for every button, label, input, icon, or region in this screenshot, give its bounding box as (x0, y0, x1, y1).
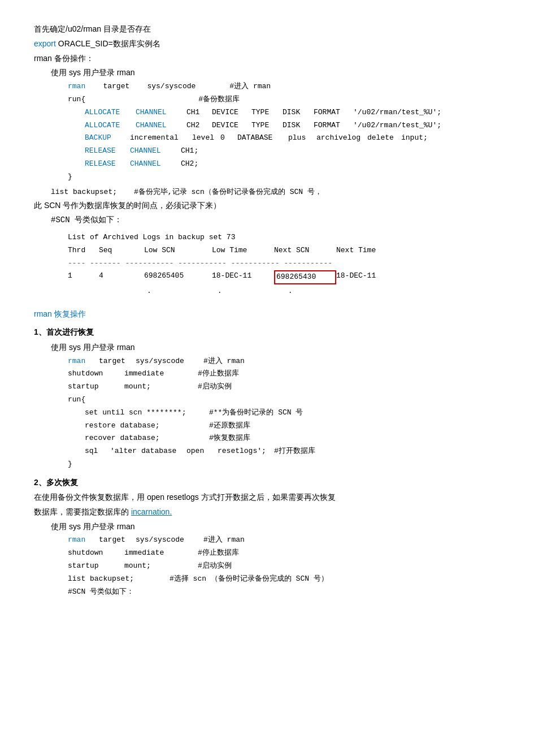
backup-0: 0 (220, 132, 237, 144)
step2-login: 使用 sys 用户登录 rman (51, 520, 500, 534)
step2-desc2-text: 数据库，需要指定数据库的 (34, 507, 131, 516)
step2-shutdown-line: shutdown immediate #停止数据库 (68, 547, 500, 559)
row-thrd: 1 (68, 270, 99, 284)
dot1: . (147, 287, 151, 295)
step2-list-comment: #选择 scn （备份时记录备份完成的 SCN 号） (170, 573, 328, 585)
alloc2-channel: CHANNEL (136, 120, 186, 132)
step1-startup-word: startup (68, 381, 124, 393)
step2-rman-user: sys/syscode (136, 534, 203, 546)
step1-set-cmd: set until scn ********; (85, 407, 209, 419)
step1-shutdown-line: shutdown immediate #停止数据库 (68, 368, 500, 380)
alloc1-path: '/u02/rman/test_%U'; (353, 107, 441, 119)
step2-scn-label: #SCN 号类似如下： (68, 586, 500, 598)
release1-ch: CH1; (181, 145, 198, 157)
step1-database-word: database (141, 446, 186, 457)
backup-database: DATABASE (237, 132, 288, 144)
dot3: . (288, 287, 293, 295)
alloc1-keyword: ALLOCATE (85, 107, 136, 119)
alloc2-path: '/u02/rman/test_%U'; (353, 120, 441, 132)
step1-login: 使用 sys 用户登录 rman (51, 341, 500, 355)
scn-label: #SCN 号类似如下： (51, 214, 500, 227)
table-dots: . . . (147, 286, 500, 297)
list-cmd: list backupset; (51, 187, 117, 198)
step2-desc1: 在使用备份文件恢复数据库，用 open resetlogs 方式打开数据之后，如… (34, 491, 500, 504)
alloc2-type: TYPE (251, 120, 283, 132)
run-open: run{ (68, 94, 85, 106)
step1-rman-line: rman target sys/syscode #进入 rman (68, 356, 500, 368)
step1-sql-line: sql 'alter database open resetlogs'; #打开… (85, 446, 500, 457)
rman-keyword: rman (68, 81, 85, 93)
rman-ops-label: rman 备份操作： (34, 52, 500, 66)
table-divider: ---- ------- ----------- ----------- ---… (68, 258, 500, 270)
step2-list-line: list backupset; #选择 scn （备份时记录备份完成的 SCN … (68, 573, 500, 585)
step1-title: 1、首次进行恢复 (34, 326, 500, 338)
step1-recover-cmd: recover database; (85, 433, 209, 444)
backup-delete: delete (367, 132, 401, 144)
step2-startup-line: startup mount; #启动实例 (68, 560, 500, 572)
run-open-line: run{ #备份数据库 (68, 94, 500, 106)
release2-keyword: RELEASE (85, 158, 130, 170)
rman-comment: #进入 rman (229, 81, 271, 93)
step2-title: 2、多次恢复 (34, 476, 500, 489)
target-word: target (103, 81, 129, 93)
table-title: List of Archived Logs in backup set 73 (68, 232, 500, 244)
dot2: . (218, 287, 222, 295)
row-lowscn: 698265405 (144, 270, 212, 284)
step1-startup-comment: #启动实例 (198, 381, 232, 393)
export-keyword: export (34, 39, 56, 48)
step1-brace-close: } (68, 459, 500, 470)
backup-incremental: incremental (130, 132, 192, 144)
archived-logs-table: List of Archived Logs in backup set 73 T… (68, 232, 500, 297)
backup-archivelog: archivelog (316, 132, 367, 144)
step1-sql-word: sql (85, 446, 110, 457)
step2-desc2: 数据库，需要指定数据库的 incarnation. (34, 506, 500, 519)
rman-user: sys/syscode (147, 81, 196, 93)
alloc1-ch: CH1 (186, 107, 212, 119)
main-content: 首先确定/u02/rman 目录是否存在 export ORACLE_SID=数… (34, 23, 500, 598)
list-comment: #备份完毕,记录 scn（备份时记录备份完成的 SCN 号， (134, 187, 322, 198)
release2-ch: CH2; (181, 158, 198, 170)
step2-startup-word: startup (68, 560, 124, 572)
release1-channel: CHANNEL (130, 145, 181, 157)
incarnation-link: incarnation. (131, 507, 172, 516)
step2-shutdown-comment: #停止数据库 (198, 547, 239, 559)
list-cmd-line: list backupset; #备份完毕,记录 scn（备份时记录备份完成的 … (51, 187, 500, 198)
step1-target-word: target (99, 356, 136, 368)
step1-run-line: run{ (68, 394, 500, 406)
step1-immediate-word: immediate (124, 368, 198, 380)
alloc2-ch: CH2 (186, 120, 212, 132)
step1-set-comment: #**为备份时记录的 SCN 号 (209, 407, 303, 419)
step1-rman-comment: #进入 rman (203, 356, 245, 368)
alloc2-line: ALLOCATE CHANNEL CH2 DEVICE TYPE DISK FO… (85, 120, 500, 132)
step2-immediate-word: immediate (124, 547, 198, 559)
backup-keyword: BACKUP (85, 132, 130, 144)
step2-target-word: target (99, 534, 136, 546)
alloc2-disk: DISK (283, 120, 314, 132)
step1-startup-line: startup mount; #启动实例 (68, 381, 500, 393)
col-seq-header: Seq (99, 245, 144, 257)
table-row: 1 4 698265405 18-DEC-11 698265430 18-DEC… (68, 270, 500, 284)
export-line: export ORACLE_SID=数据库实例名 (34, 37, 500, 51)
alloc2-format: FORMAT (314, 120, 353, 132)
step1-rman-user: sys/syscode (136, 356, 203, 368)
step2-shutdown-word: shutdown (68, 547, 124, 559)
run-comment: #备份数据库 (198, 94, 240, 106)
step1-restore-comment: #还原数据库 (209, 420, 250, 432)
step1-sql-comment: #打开数据库 (274, 446, 315, 457)
backup-line: BACKUP incremental level 0 DATABASE plus… (85, 132, 500, 144)
intro-line1: 首先确定/u02/rman 目录是否存在 (34, 23, 500, 36)
step1-shutdown-word: shutdown (68, 368, 124, 380)
col-thrd-header: Thrd (68, 245, 99, 257)
row-nextscn: 698265430 (274, 270, 336, 284)
step1-recover-comment: #恢复数据库 (209, 433, 250, 444)
recover-section-title: rman 恢复操作 (34, 308, 500, 320)
step2-mount-word: mount; (124, 560, 198, 572)
step1-shutdown-comment: #停止数据库 (198, 368, 239, 380)
col-nexttime-header: Next Time (336, 245, 404, 257)
step1-restore-cmd: restore database; (85, 420, 209, 432)
backup-input: input; (401, 132, 428, 144)
alloc1-channel: CHANNEL (136, 107, 186, 119)
sys-login-label: 使用 sys 用户登录 rman (51, 66, 500, 80)
step1-open-word: open (186, 446, 218, 457)
row-seq: 4 (99, 270, 144, 284)
